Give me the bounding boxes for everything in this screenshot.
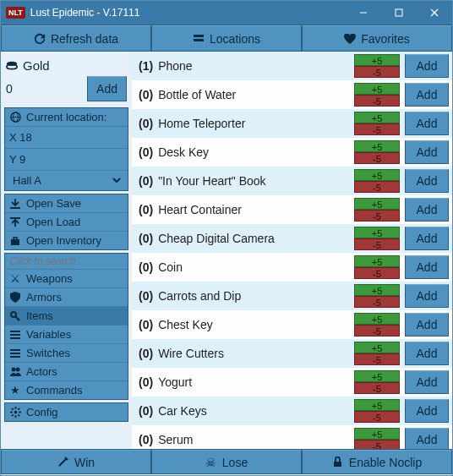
item-plus-button[interactable]: +5 [354,198,400,210]
close-button[interactable] [417,1,452,25]
item-minus-button[interactable]: -5 [354,382,400,394]
item-minus-button[interactable]: -5 [354,325,400,336]
config-button[interactable]: Config [5,403,128,421]
item-add-button[interactable]: Add [405,255,449,279]
item-minus-button[interactable]: -5 [354,440,400,449]
favorites-tab[interactable]: Favorites [302,25,452,52]
lose-button[interactable]: ☠ Lose [151,450,302,474]
item-row: (0)Heart Container+5-5Add [132,195,452,224]
item-minus-button[interactable]: -5 [354,181,400,193]
locations-tab[interactable]: Locations [151,25,302,52]
item-plus-button[interactable]: +5 [354,313,400,325]
cat-armors[interactable]: Armors [5,288,128,307]
item-minus-button[interactable]: -5 [354,210,400,222]
win-button[interactable]: Win [1,450,151,474]
item-add-button[interactable]: Add [405,83,449,107]
item-minus-button[interactable]: -5 [354,152,400,164]
cat-items[interactable]: Items [5,307,128,326]
item-add-button[interactable]: Add [405,227,449,250]
minimize-button[interactable] [346,1,381,25]
item-name: Chest Key [158,318,349,331]
item-plus-button[interactable]: +5 [354,342,400,353]
config-panel: Config [4,402,128,422]
item-minus-button[interactable]: -5 [354,353,400,365]
item-row: (0)Home Teleporter+5-5Add [132,109,452,138]
item-add-button[interactable]: Add [405,112,449,135]
item-pm: +5-5 [354,54,400,78]
item-minus-button[interactable]: -5 [354,95,400,107]
list-icon [9,329,21,341]
item-plus-button[interactable]: +5 [354,399,400,411]
item-plus-button[interactable]: +5 [354,112,400,123]
location-header: Current location: [26,111,106,123]
lock-icon [332,457,344,468]
maximize-button[interactable] [381,1,417,25]
gold-add-button[interactable]: Add [87,76,127,101]
item-minus-button[interactable]: -5 [354,66,400,78]
cat-variables[interactable]: Variables [5,326,128,344]
item-pm: +5-5 [354,370,400,394]
item-name: Coin [158,260,349,274]
item-minus-button[interactable]: -5 [354,267,400,279]
list-icon [9,347,21,359]
item-add-button[interactable]: Add [405,140,449,164]
item-name: Car Keys [158,404,349,418]
item-add-button[interactable]: Add [405,370,449,394]
item-plus-button[interactable]: +5 [354,227,400,238]
svg-rect-16 [334,462,341,467]
shield-icon [9,292,21,304]
item-add-button[interactable]: Add [405,169,449,193]
item-pm: +5-5 [354,399,400,423]
item-plus-button[interactable]: +5 [354,284,400,296]
item-row: (0)Desk Key+5-5Add [132,138,452,167]
noclip-button[interactable]: Enable Noclip [302,450,452,474]
item-add-button[interactable]: Add [405,313,449,336]
open-load-button[interactable]: Open Load [5,213,128,232]
item-add-button[interactable]: Add [405,284,449,308]
app-logo: NLT [6,7,25,19]
item-name: Cheap Digital Camera [158,232,349,245]
globe-icon [9,112,21,123]
item-add-button[interactable]: Add [405,342,449,365]
open-inventory-button[interactable]: Open Inventory [5,232,128,249]
open-save-button[interactable]: Open Save [5,194,128,213]
locations-icon [193,33,205,45]
item-add-button[interactable]: Add [405,428,449,449]
refresh-tab[interactable]: Refresh data [1,25,151,52]
item-minus-button[interactable]: -5 [354,411,400,423]
cat-switches[interactable]: Switches [5,344,128,363]
item-plus-button[interactable]: +5 [354,140,400,152]
svg-rect-5 [194,39,204,41]
item-plus-button[interactable]: +5 [354,428,400,440]
download-icon [9,198,21,210]
cat-weapons[interactable]: ⚔Weapons [5,270,128,288]
item-name: Phone [158,59,349,73]
item-name: Home Teleporter [158,117,349,130]
cat-actors[interactable]: Actors [5,363,128,381]
item-plus-button[interactable]: +5 [354,255,400,267]
search-input[interactable] [9,255,132,267]
location-y-input[interactable] [9,151,123,167]
item-minus-button[interactable]: -5 [354,238,400,250]
item-add-button[interactable]: Add [405,399,449,423]
item-qty: (0) [139,203,153,216]
item-minus-button[interactable]: -5 [354,296,400,308]
item-add-button[interactable]: Add [405,198,449,222]
item-minus-button[interactable]: -5 [354,123,400,135]
item-pm: +5-5 [354,198,400,222]
refresh-icon [34,33,46,45]
item-row: (0)Bottle of Water+5-5Add [132,80,452,109]
item-plus-button[interactable]: +5 [354,169,400,181]
item-add-button[interactable]: Add [405,54,449,78]
item-plus-button[interactable]: +5 [354,54,400,66]
cat-variables-label: Variables [26,328,71,341]
cat-commands[interactable]: ★Commands [5,381,128,399]
item-plus-button[interactable]: +5 [354,83,400,95]
item-pm: +5-5 [354,255,400,279]
item-list[interactable]: (1)Phone+5-5Add(0)Bottle of Water+5-5Add… [132,52,452,449]
item-pm: +5-5 [354,83,400,107]
location-map-select[interactable]: Hall A [9,173,123,188]
svg-point-13 [11,368,15,372]
item-plus-button[interactable]: +5 [354,370,400,382]
location-x-input[interactable] [9,129,123,145]
